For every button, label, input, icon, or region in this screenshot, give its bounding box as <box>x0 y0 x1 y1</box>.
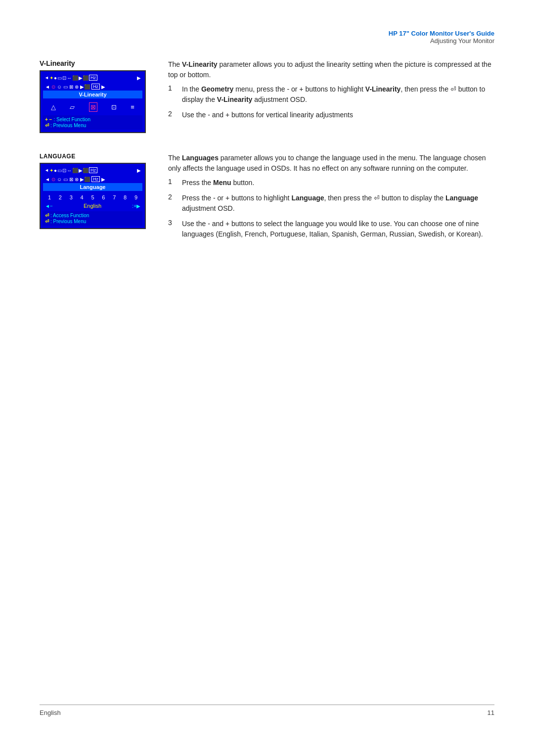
lang-arrow-right-icon: ▶ <box>137 168 141 173</box>
language-steps: 1 Press the Menu button. 2 Press the - o… <box>168 178 494 239</box>
vlinearity-osd: ◄ ✦ ● ▭ ⊡ ↔ ⬛ ▶⬛ Hz ▶ ◄ ⊙ <box>40 70 146 133</box>
lang-hz-badge: Hz <box>89 167 97 173</box>
brightness-icon: ✦ <box>49 75 53 81</box>
hz-badge2: Hz <box>91 84 100 90</box>
num-9: 9 <box>134 194 137 200</box>
osd-top-bar: ◄ ✦ ● ▭ ⊡ ↔ ⬛ ▶⬛ Hz ▶ <box>43 74 142 82</box>
vlinearity-steps: 1 In the Geometry menu, press the - or +… <box>168 84 494 120</box>
step-1: 1 In the Geometry menu, press the - or +… <box>168 84 494 105</box>
step-num-1: 1 <box>168 84 176 105</box>
lang-arrow-left-icon: ◄ <box>44 168 49 173</box>
num-8: 8 <box>124 194 127 200</box>
lang-menu-key: ⏎ <box>45 219 49 224</box>
select-label: : Select Function <box>53 117 90 122</box>
play-icon: ▶⬛ <box>79 75 89 81</box>
language-label: LANGUAGE <box>40 153 153 160</box>
osd-bottom-bar: + − : Select Function ⏎ : Previous Menu <box>43 115 142 130</box>
lang-step-text-1: Press the Menu button. <box>182 178 254 188</box>
page-footer: English 11 <box>40 705 494 716</box>
osd-title: V-Linearity <box>43 91 142 98</box>
lang-access-key: ⏎ <box>45 213 49 218</box>
arrow-icon: ↔ <box>67 75 72 81</box>
lang-rect-icon: ▭ <box>57 168 62 173</box>
settings-icon: ⊠ <box>69 84 73 90</box>
selected-icon: ⊠ <box>89 102 97 112</box>
content-area: V-Linearity ◄ ✦ ● ▭ ⊡ ↔ ⬛ ▶⬛ Hz <box>0 49 534 244</box>
triangle-icon: △ <box>51 103 56 111</box>
vlinearity-right: The V-Linearity parameter allows you to … <box>168 59 494 133</box>
lang-pip-icon: ▶⬛ <box>80 177 90 182</box>
lang-step-1: 1 Press the Menu button. <box>168 178 494 188</box>
num-4: 4 <box>81 194 84 200</box>
menu-label: : Previous Menu <box>50 123 86 128</box>
select-key: + − <box>45 117 52 122</box>
lang-selected: English <box>84 203 101 209</box>
guide-title: HP 17" Color Monitor User's Guide <box>0 30 494 37</box>
step-text-1: In the Geometry menu, press the - or + b… <box>182 84 494 105</box>
osd-menu-line: ⏎ : Previous Menu <box>45 123 140 128</box>
lang-x-icon: ⊗ <box>75 177 79 182</box>
vlinearity-description: The V-Linearity parameter allows you to … <box>168 59 494 80</box>
lang-menu-line: ⏎ : Previous Menu <box>45 219 140 224</box>
menu-key: ⏎ <box>45 123 49 128</box>
lang-step-3: 3 Use the - and + buttons to select the … <box>168 219 494 239</box>
lang-nav-right: :+▶ <box>132 203 140 209</box>
osd-icons-left: ◄ ✦ ● ▭ ⊡ ↔ ⬛ ▶⬛ Hz <box>44 75 97 81</box>
language-description: The Languages parameter allows you to ch… <box>168 153 494 174</box>
lang-step-2: 2 Press the - or + buttons to highlight … <box>168 193 494 214</box>
smile-icon: ☺ <box>57 84 62 90</box>
lang-square-icon: ⬛ <box>72 168 78 173</box>
lang-play-icon: ▶⬛ <box>79 168 89 173</box>
page-header: HP 17" Color Monitor User's Guide Adjust… <box>0 0 534 49</box>
lang-step-text-3: Use the - and + buttons to select the la… <box>182 219 494 239</box>
vlinearity-left: V-Linearity ◄ ✦ ● ▭ ⊡ ↔ ⬛ ▶⬛ Hz <box>40 59 153 133</box>
footer-language: English <box>40 709 61 716</box>
dot-icon: ● <box>54 75 57 81</box>
lang-step-num-3: 3 <box>168 219 176 239</box>
lang-numbers-row: 1 2 3 4 5 6 7 8 9 <box>43 193 142 202</box>
lang-monitor-icon: ⊡ <box>62 168 66 173</box>
num-3: 3 <box>70 194 73 200</box>
num-1: 1 <box>48 194 51 200</box>
lang-active-icon: ⊙ <box>51 177 55 182</box>
active-icon: ⊙ <box>51 84 55 90</box>
lang-hz-badge2: Hz <box>91 176 100 182</box>
vlinearity-label: V-Linearity <box>40 59 153 67</box>
osd-icons-row: △ ▱ ⊠ ⊡ ≡ <box>43 100 142 114</box>
language-left: LANGUAGE ◄ ✦ ● ▭ ⊡ ↔ ⬛ ▶⬛ Hz <box>40 153 153 244</box>
num-5: 5 <box>91 194 94 200</box>
lang-osd-top-bar: ◄ ✦ ● ▭ ⊡ ↔ ⬛ ▶⬛ Hz ▶ <box>43 166 142 174</box>
step-num-2: 2 <box>168 110 176 120</box>
lang-nav-left: ◄− <box>45 203 53 209</box>
language-osd: ◄ ✦ ● ▭ ⊡ ↔ ⬛ ▶⬛ Hz ▶ ◄ ⊙ <box>40 163 146 229</box>
hz-badge: Hz <box>89 75 97 81</box>
footer-page-number: 11 <box>488 709 494 716</box>
monitor-icon: ⊡ <box>62 75 66 81</box>
lang-step-num-2: 2 <box>168 193 176 214</box>
lang-settings-icon: ⊠ <box>69 177 73 182</box>
lang-arrow-icon: ↔ <box>67 168 72 173</box>
num-6: 6 <box>102 194 105 200</box>
rect-icon: ▭ <box>57 75 62 81</box>
language-right: The Languages parameter allows you to ch… <box>168 153 494 244</box>
lang-access-line: ⏎ : Access Function <box>45 213 140 218</box>
compress-icon: ⊡ <box>111 103 117 111</box>
lang-osd-bottom-bar: ⏎ : Access Function ⏎ : Previous Menu <box>43 211 142 226</box>
lang-step-text-2: Press the - or + buttons to highlight La… <box>182 193 494 214</box>
arrow-right-icon: ▶ <box>137 75 141 81</box>
arrow-left-icon: ◄ <box>44 75 49 80</box>
section-title: Adjusting Your Monitor <box>0 37 494 45</box>
num-2: 2 <box>59 194 62 200</box>
lang-smile-icon: ☺ <box>57 177 62 182</box>
lang-brightness-icon: ✦ <box>49 168 53 173</box>
lang-menu-label: : Previous Menu <box>50 219 86 224</box>
x-icon: ⊗ <box>75 84 79 90</box>
lines-icon: ≡ <box>131 103 134 111</box>
square-icon: ⬛ <box>72 75 78 81</box>
language-section: LANGUAGE ◄ ✦ ● ▭ ⊡ ↔ ⬛ ▶⬛ Hz <box>40 153 494 244</box>
lang-selector: ◄− English :+▶ <box>43 202 142 210</box>
lang-step-num-1: 1 <box>168 178 176 188</box>
parallelogram-icon: ▱ <box>70 103 75 111</box>
monitor2-icon: ▭ <box>63 84 68 90</box>
osd-select-line: + − : Select Function <box>45 117 140 122</box>
